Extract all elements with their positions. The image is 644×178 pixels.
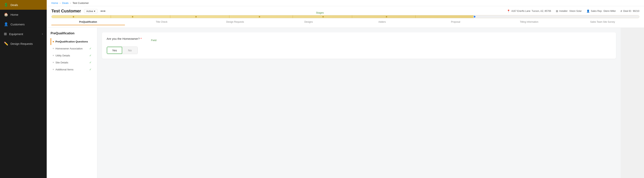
more-options-button[interactable]: ••• — [100, 9, 106, 13]
sidebar-item-label: Design Requests — [10, 42, 33, 45]
sidebar-item-label: Equipment — [9, 32, 23, 36]
page-title: Test Customer — [51, 8, 81, 13]
stage-divider-3 — [229, 15, 230, 18]
substage-utility-details[interactable]: Utility Details ✓ — [50, 52, 93, 59]
stage-divider-1 — [111, 15, 111, 18]
tab-titling-information[interactable]: Titling Information — [492, 19, 566, 25]
main-content: Home › Deals › Test Customer Test Custom… — [47, 0, 644, 178]
sales-rep-name: Glenn Miller — [603, 10, 616, 12]
header-meta-group: 📍 4167 Enerflo Lane Tucson, AZ, 85706 ⊞ … — [507, 9, 639, 13]
stage-dot-2 — [132, 16, 133, 17]
stage-divider-2 — [170, 15, 170, 18]
substage-dot — [53, 41, 54, 42]
tab-title-check[interactable]: Title Check — [125, 19, 198, 25]
stage-dot-4 — [259, 16, 260, 17]
page-header: Test Customer Active ▾ ••• 📍 4167 Enerfl… — [47, 6, 644, 28]
installer-label: Installer: — [559, 10, 568, 12]
substage-dot — [53, 62, 54, 63]
city-state-zip: Tucson, AZ, 85706 — [532, 10, 551, 12]
check-icon: ✓ — [89, 47, 92, 50]
substages-panel: Substages PreQualification PreQualificat… — [47, 28, 97, 178]
sidebar-item-deals[interactable]: 💲 Deals — [0, 0, 47, 10]
required-star: * — [140, 37, 142, 40]
customers-icon: 👤 — [4, 22, 8, 26]
tab-designs[interactable]: Designs — [272, 19, 345, 25]
breadcrumb-home[interactable]: Home — [51, 1, 58, 4]
substage-dot — [53, 48, 54, 49]
deal-id-icon: # — [620, 9, 622, 13]
check-icon: ✓ — [89, 54, 92, 57]
substage-site-details[interactable]: Site Details ✓ — [50, 59, 93, 66]
chevron-right-icon: › — [42, 33, 43, 35]
stage-tabs: PreQualification Title Check Design Requ… — [51, 19, 639, 25]
breadcrumb-current: Test Customer — [72, 1, 89, 4]
homeowner-toggle-group: Yes No — [106, 47, 138, 54]
substage-dot — [53, 69, 54, 70]
substage-homeowner-association[interactable]: Homeowner Association ✓ — [50, 45, 93, 52]
substage-dot — [53, 55, 54, 56]
status-badge[interactable]: Active ▾ — [84, 9, 97, 13]
stage-progress-fill — [52, 15, 474, 18]
deal-id-value: 90210 — [633, 10, 639, 12]
deal-id-label: Deal ID: — [623, 10, 632, 12]
content-area: Substages PreQualification PreQualificat… — [47, 28, 644, 178]
no-button[interactable]: No — [122, 47, 138, 54]
stage-dot-1 — [73, 16, 74, 17]
tab-design-requests[interactable]: Design Requests — [198, 19, 272, 25]
deals-icon: 💲 — [4, 3, 8, 7]
breadcrumb-deals[interactable]: Deals — [62, 1, 68, 4]
sidebar-item-label: Deals — [10, 3, 18, 6]
form-area: Are you the Homeowner? * Field Yes No — [97, 28, 621, 178]
stage-dot-6 — [386, 16, 387, 17]
deal-id-meta: # Deal ID: 90210 — [620, 9, 639, 13]
home-icon: 🏠 — [4, 12, 8, 17]
tab-sales-team-site-survey[interactable]: Sales Team Site Survey — [566, 19, 639, 25]
stage-dot-5 — [322, 16, 324, 17]
tab-adders[interactable]: Adders — [345, 19, 419, 25]
installer-name: Vision Solar — [569, 10, 582, 12]
address-meta: 📍 4167 Enerflo Lane Tucson, AZ, 85706 — [507, 9, 551, 13]
tab-proposal[interactable]: Proposal — [419, 19, 492, 25]
right-panel — [621, 28, 644, 178]
installer-meta: ⊞ Installer: Vision Solar — [556, 9, 582, 13]
sidebar-item-equipment[interactable]: ⊞ Equipment › — [0, 29, 47, 39]
sidebar-item-customers[interactable]: 👤 Customers — [0, 19, 47, 29]
sales-rep-meta: 👤 Sales Rep: Glenn Miller — [586, 9, 616, 13]
breadcrumb: Home › Deals › Test Customer — [47, 0, 644, 6]
stage-dot-3 — [195, 16, 197, 17]
sales-rep-label: Sales Rep: — [591, 10, 602, 12]
sidebar-item-design-requests[interactable]: ✏️ Design Requests — [0, 39, 47, 48]
substage-label: Site Details — [56, 61, 68, 64]
form-card: Are you the Homeowner? * Field Yes No — [102, 32, 616, 59]
stage-divider-5 — [352, 15, 352, 18]
breadcrumb-sep-1: › — [60, 1, 60, 4]
substage-additional-items[interactable]: Additional Items ✓ — [50, 66, 93, 73]
check-icon: ✓ — [89, 68, 92, 71]
field-annotation: Field — [151, 39, 156, 42]
substage-label: Utility Details — [56, 54, 70, 57]
sidebar: 💲 Deals 🏠 Home 👤 Customers ⊞ Equipment ›… — [0, 0, 47, 178]
field-question-label: Are you the Homeowner? * — [106, 37, 142, 40]
design-requests-icon: ✏️ — [4, 41, 8, 46]
installer-icon: ⊞ — [556, 9, 558, 13]
substage-label: Homeowner Association — [56, 47, 82, 50]
substage-prequal-questions[interactable]: PreQualification Questions — [50, 38, 93, 45]
stage-divider-4 — [292, 15, 293, 18]
substages-title: PreQualification — [50, 32, 93, 35]
sales-rep-icon: 👤 — [586, 9, 590, 13]
stage-current-indicator — [473, 15, 476, 18]
chevron-down-icon: ▾ — [94, 10, 95, 13]
sidebar-item-home[interactable]: 🏠 Home — [0, 10, 47, 19]
tab-prequalification[interactable]: PreQualification — [51, 19, 125, 25]
check-icon: ✓ — [89, 61, 92, 64]
sidebar-item-label: Home — [10, 13, 18, 16]
yes-button[interactable]: Yes — [107, 47, 122, 54]
stage-progress-track — [51, 15, 639, 18]
address-text: 4167 Enerflo Lane — [511, 10, 530, 12]
substage-label: Additional Items — [56, 68, 74, 71]
equipment-icon: ⊞ — [4, 32, 7, 36]
breadcrumb-sep-2: › — [70, 1, 71, 4]
sidebar-item-label: Customers — [10, 23, 25, 26]
location-icon: 📍 — [507, 9, 510, 13]
status-label: Active — [86, 10, 93, 13]
